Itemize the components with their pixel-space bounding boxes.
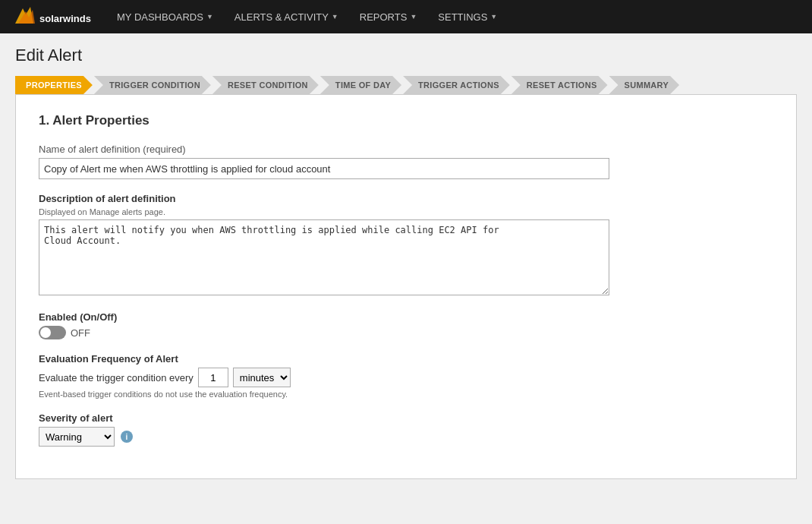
chevron-down-icon: ▼ — [410, 13, 417, 21]
frequency-unit-select[interactable]: minutes hours days — [233, 368, 291, 387]
breadcrumb-reset-condition[interactable]: RESET CONDITION — [212, 76, 319, 94]
frequency-note: Event-based trigger conditions do not us… — [39, 390, 773, 399]
page-title: Edit Alert — [15, 46, 797, 65]
description-sublabel: Displayed on Manage alerts page. — [39, 207, 773, 216]
name-label: Name of alert definition (required) — [39, 144, 773, 155]
nav-reports[interactable]: REPORTS ▼ — [349, 0, 428, 33]
frequency-field-group: Evaluation Frequency of Alert Evaluate t… — [39, 353, 773, 399]
breadcrumb-properties[interactable]: PROPERTIES — [15, 76, 93, 94]
breadcrumb-trigger-condition[interactable]: TRIGGER CONDITION — [94, 76, 211, 94]
page-container: Edit Alert PROPERTIES TRIGGER CONDITION … — [0, 33, 812, 491]
enabled-label: Enabled (On/Off) — [39, 311, 773, 323]
description-field-group: Description of alert definition Displaye… — [39, 193, 773, 298]
svg-text:solarwinds: solarwinds — [39, 13, 91, 24]
logo: solarwinds — [8, 5, 91, 28]
severity-label: Severity of alert — [39, 412, 773, 424]
toggle-row: OFF — [39, 326, 773, 339]
enabled-toggle[interactable] — [39, 326, 66, 339]
nav-menu: MY DASHBOARDS ▼ ALERTS & ACTIVITY ▼ REPO… — [106, 0, 508, 33]
breadcrumb-trigger-actions[interactable]: TRIGGER ACTIONS — [403, 76, 510, 94]
enabled-field-group: Enabled (On/Off) OFF — [39, 311, 773, 339]
breadcrumb: PROPERTIES TRIGGER CONDITION RESET CONDI… — [15, 76, 797, 94]
description-label: Description of alert definition — [39, 193, 773, 204]
frequency-prefix: Evaluate the trigger condition every — [39, 372, 194, 384]
alert-name-input[interactable] — [39, 158, 609, 179]
alert-description-textarea[interactable] — [39, 219, 609, 295]
top-navigation: solarwinds MY DASHBOARDS ▼ ALERTS & ACTI… — [0, 0, 812, 33]
content-area: 1. Alert Properties Name of alert defini… — [15, 94, 797, 479]
chevron-down-icon: ▼ — [206, 13, 213, 21]
section-title: 1. Alert Properties — [39, 113, 773, 128]
nav-dashboards[interactable]: MY DASHBOARDS ▼ — [106, 0, 224, 33]
toggle-state-label: OFF — [71, 327, 90, 339]
breadcrumb-reset-actions[interactable]: RESET ACTIONS — [511, 76, 608, 94]
frequency-label: Evaluation Frequency of Alert — [39, 353, 773, 365]
severity-select[interactable]: Information Warning Critical — [39, 427, 115, 447]
severity-info-icon[interactable]: i — [121, 431, 133, 443]
solarwinds-logo: solarwinds — [8, 5, 91, 28]
breadcrumb-time-of-day[interactable]: TIME OF DAY — [320, 76, 401, 94]
nav-settings[interactable]: SETTINGS ▼ — [427, 0, 508, 33]
breadcrumb-summary[interactable]: SUMMARY — [609, 76, 680, 94]
severity-row: Information Warning Critical i — [39, 427, 773, 447]
frequency-value-input[interactable] — [198, 368, 228, 387]
nav-alerts[interactable]: ALERTS & ACTIVITY ▼ — [224, 0, 349, 33]
chevron-down-icon: ▼ — [332, 13, 338, 21]
chevron-down-icon: ▼ — [490, 13, 497, 21]
frequency-row: Evaluate the trigger condition every min… — [39, 368, 773, 387]
severity-field-group: Severity of alert Information Warning Cr… — [39, 412, 773, 447]
name-field-group: Name of alert definition (required) — [39, 144, 773, 179]
